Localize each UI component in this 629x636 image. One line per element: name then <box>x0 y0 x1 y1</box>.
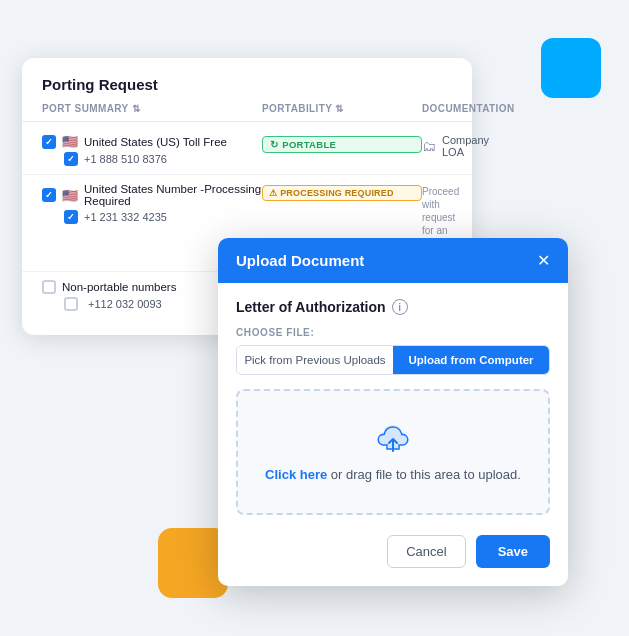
table-header: PORT SUMMARY ⇅ PORTABILITY ⇅ DOCUMENTATI… <box>22 103 472 122</box>
checkbox-subrow2[interactable] <box>64 210 78 224</box>
checkbox-row3[interactable] <box>42 280 56 294</box>
col-documentation: DOCUMENTATION <box>422 103 515 114</box>
drop-zone-text: Click here or drag file to this area to … <box>265 465 521 485</box>
portability-cell: PORTABLE <box>262 134 422 153</box>
port-summary-cell-2: 🇺🇸 United States Number -Processing Requ… <box>42 183 262 224</box>
checkbox-subrow1[interactable] <box>64 152 78 166</box>
checkbox-row1[interactable] <box>42 135 56 149</box>
doc-cell: 🗂 Company LOA <box>422 134 489 158</box>
port-summary-cell: 🇺🇸 United States (US) Toll Free +1 888 5… <box>42 134 262 166</box>
sub-number-2: +1 231 332 4235 <box>84 211 167 223</box>
sub-number: +1 888 510 8376 <box>84 153 167 165</box>
col-portability: PORTABILITY ⇅ <box>262 103 422 114</box>
sort-icon-2: ⇅ <box>335 103 343 114</box>
tab-switcher: Pick from Previous Uploads Upload from C… <box>236 345 550 375</box>
modal-title: Upload Document <box>236 252 364 269</box>
row-label-2: United States Number -Processing Require… <box>84 183 262 207</box>
upload-cloud-icon <box>372 419 414 457</box>
checkbox-row2[interactable] <box>42 188 56 202</box>
row-label: United States (US) Toll Free <box>84 136 227 148</box>
portable-badge: PORTABLE <box>262 136 422 153</box>
cancel-button[interactable]: Cancel <box>387 535 465 568</box>
processing-badge: PROCESSING REQUIRED <box>262 185 422 201</box>
table-row: 🇺🇸 United States (US) Toll Free +1 888 5… <box>22 126 472 175</box>
modal-body: Letter of Authorization i CHOOSE FILE: P… <box>218 283 568 586</box>
modal-close-button[interactable]: ✕ <box>537 253 550 269</box>
doc-label: Company LOA <box>442 134 489 158</box>
drop-zone-link[interactable]: Click here <box>265 467 327 482</box>
checkbox-subrow3[interactable] <box>64 297 78 311</box>
modal-footer: Cancel Save <box>236 531 550 568</box>
info-icon[interactable]: i <box>392 299 408 315</box>
file-drop-zone[interactable]: Click here or drag file to this area to … <box>236 389 550 515</box>
row-label-3: Non-portable numbers <box>62 281 176 293</box>
tab-pick-previous[interactable]: Pick from Previous Uploads <box>237 346 393 374</box>
modal-header: Upload Document ✕ <box>218 238 568 283</box>
choose-file-label: CHOOSE FILE: <box>236 327 550 338</box>
folder-icon: 🗂 <box>422 138 436 154</box>
tab-upload-computer[interactable]: Upload from Computer <box>393 346 549 374</box>
upload-document-modal: Upload Document ✕ Letter of Authorizatio… <box>218 238 568 586</box>
doc-title: Letter of Authorization <box>236 299 386 315</box>
flag-us: 🇺🇸 <box>62 134 78 149</box>
porting-card-title: Porting Request <box>22 76 472 103</box>
flag-us-2: 🇺🇸 <box>62 188 78 203</box>
col-port-summary: PORT SUMMARY ⇅ <box>42 103 262 114</box>
save-button[interactable]: Save <box>476 535 550 568</box>
sub-number-3: +112 032 0093 <box>88 298 162 310</box>
doc-title-row: Letter of Authorization i <box>236 299 550 315</box>
portability-cell-2: PROCESSING REQUIRED <box>262 183 422 201</box>
decorative-blue-shape <box>541 38 601 98</box>
sort-icon: ⇅ <box>132 103 140 114</box>
